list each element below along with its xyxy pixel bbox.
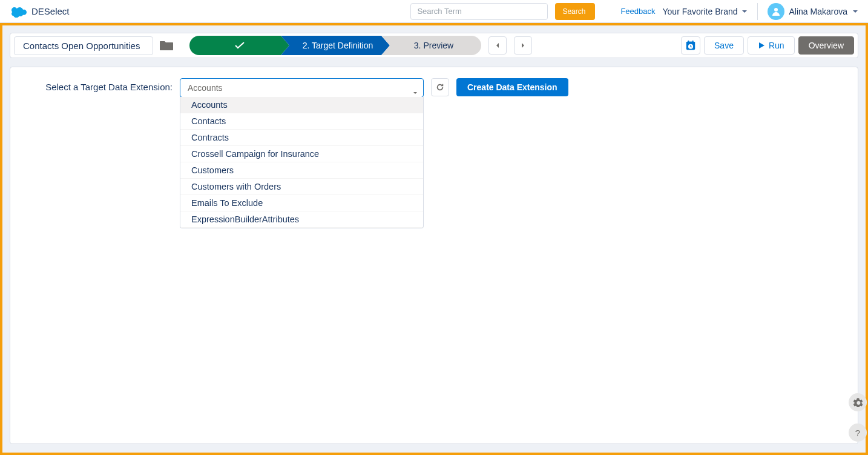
target-de-row: Select a Target Data Extension: Accounts… <box>25 78 843 98</box>
step-prev-button[interactable] <box>488 36 507 55</box>
dropdown-option[interactable]: Contracts <box>180 130 423 146</box>
chevron-down-icon <box>852 8 858 15</box>
chevron-down-icon <box>741 8 748 15</box>
search-input[interactable] <box>410 3 548 20</box>
overview-button[interactable]: Overview <box>798 36 854 55</box>
dropdown-option[interactable]: Emails To Exclude <box>180 195 423 211</box>
folder-icon[interactable] <box>159 39 174 51</box>
user-menu[interactable]: Alina Makarova <box>757 3 859 20</box>
target-de-label: Select a Target Data Extension: <box>45 78 173 92</box>
selection-name[interactable]: Contacts Open Opportunities <box>14 36 153 55</box>
top-header: DESelect Search Feedback Your Favorite B… <box>0 0 868 23</box>
dropdown-option[interactable]: Customers <box>180 162 423 179</box>
cloud-logo-icon <box>10 5 27 18</box>
org-dropdown-label: Your Favorite Brand <box>663 7 738 16</box>
target-de-combobox: Accounts Contacts Contracts Crossell Cam… <box>180 78 424 98</box>
chevron-left-icon <box>495 42 500 48</box>
step-next-button[interactable] <box>514 36 532 55</box>
toolbar-actions: Save Run Overview <box>681 36 854 55</box>
chevron-right-icon <box>521 42 525 48</box>
svg-point-2 <box>774 8 778 12</box>
settings-float-button[interactable] <box>849 393 867 411</box>
create-data-extension-button[interactable]: Create Data Extension <box>456 78 568 96</box>
dropdown-option[interactable]: Crossell Campaign for Insurance <box>180 146 423 162</box>
search-button[interactable]: Search <box>555 3 595 20</box>
save-button[interactable]: Save <box>704 36 744 55</box>
run-button-label: Run <box>769 41 784 50</box>
dropdown-option[interactable]: Contacts <box>180 113 423 130</box>
target-de-dropdown[interactable]: Accounts Contacts Contracts Crossell Cam… <box>180 97 424 228</box>
brand-section: DESelect <box>10 5 70 18</box>
header-right: Search Feedback Your Favorite Brand Alin… <box>410 3 858 20</box>
brand-name: DESelect <box>31 6 70 16</box>
step-progress: 2. Target Definition 3. Preview <box>189 36 481 55</box>
user-name: Alina Makarova <box>789 7 848 16</box>
schedule-button[interactable] <box>681 36 700 55</box>
app-content-wrapper: Contacts Open Opportunities 2. Target De… <box>0 23 868 455</box>
org-dropdown[interactable]: Your Favorite Brand <box>663 7 748 16</box>
dropdown-option[interactable]: ExpressionBuilderAttributes <box>180 211 423 228</box>
svg-rect-6 <box>692 41 694 43</box>
svg-rect-4 <box>686 42 695 44</box>
step-1-completed[interactable] <box>189 36 289 55</box>
help-float-button[interactable]: ? <box>849 423 867 442</box>
feedback-link[interactable]: Feedback <box>620 7 655 16</box>
overview-button-label: Overview <box>809 41 844 50</box>
save-button-label: Save <box>714 41 734 50</box>
svg-rect-5 <box>688 41 689 43</box>
step-2-target-definition[interactable]: 2. Target Definition <box>281 36 390 55</box>
dropdown-option[interactable]: Customers with Orders <box>180 179 423 195</box>
run-button[interactable]: Run <box>748 36 795 55</box>
avatar <box>768 3 784 20</box>
calendar-clock-icon <box>685 40 696 51</box>
play-icon <box>758 42 765 49</box>
gear-icon <box>853 397 863 407</box>
check-icon <box>234 41 245 50</box>
user-icon <box>771 7 781 16</box>
question-icon: ? <box>855 428 860 438</box>
refresh-icon <box>436 83 444 91</box>
step-3-preview[interactable]: 3. Preview <box>381 36 481 55</box>
refresh-button[interactable] <box>431 78 449 96</box>
target-de-input[interactable] <box>180 78 424 98</box>
toolbar: Contacts Open Opportunities 2. Target De… <box>10 33 858 58</box>
floating-buttons: ? <box>849 393 867 442</box>
search-button-label: Search <box>562 7 585 16</box>
main-panel: Select a Target Data Extension: Accounts… <box>10 67 858 444</box>
dropdown-option[interactable]: Accounts <box>180 97 423 113</box>
